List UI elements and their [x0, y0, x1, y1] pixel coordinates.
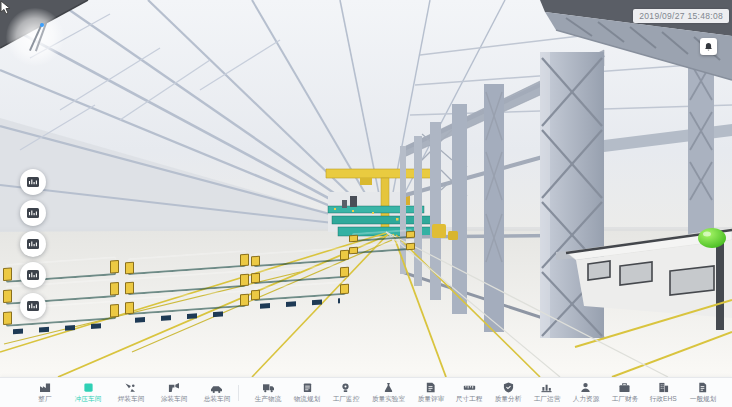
side-panel-button-5[interactable] [20, 293, 46, 319]
green-status-marker[interactable] [698, 228, 726, 248]
stamping-icon [82, 382, 95, 393]
toolbar-item-factory-monitoring[interactable]: 工厂监控 [332, 381, 360, 404]
assembly-icon [210, 382, 223, 393]
flask-icon [382, 382, 395, 393]
toolbar-item-label: 质量分析 [495, 394, 522, 404]
truck-icon [262, 382, 275, 393]
press-die-stack[interactable] [352, 229, 412, 257]
side-panel-button-1[interactable] [20, 169, 46, 195]
toolbar-item-quality-review[interactable]: 质量评审 [417, 381, 445, 404]
file-icon [696, 382, 709, 393]
toolbar-item-painting[interactable]: 涂装车间 [152, 381, 195, 404]
toolbar-item-quality-lab[interactable]: 质量实验室 [371, 381, 406, 404]
toolbar-item-general-planning[interactable]: 一般规划 [689, 381, 717, 404]
press-die-stack[interactable] [254, 247, 346, 309]
notification-button[interactable] [700, 38, 717, 55]
toolbar-item-label: 焊装车间 [118, 394, 145, 404]
panel-dashboard-icon [26, 176, 40, 188]
factory-icon [39, 382, 52, 393]
3d-factory-viewport[interactable] [0, 0, 732, 377]
compass-dot-icon [40, 23, 44, 27]
bell-icon [703, 42, 714, 52]
panel-dashboard-icon [26, 269, 40, 281]
toolbar-item-label: 总装车间 [203, 394, 230, 404]
toolbar-item-logistics-planning[interactable]: 物流规划 [293, 381, 321, 404]
side-panel-button-2[interactable] [20, 200, 46, 226]
panel-dashboard-icon [26, 300, 40, 312]
toolbar-item-label: 人力资源 [572, 394, 599, 404]
compass-widget[interactable] [6, 8, 64, 66]
report-icon [424, 382, 437, 393]
shield-icon [502, 382, 515, 393]
briefcase-icon [618, 382, 631, 393]
person-icon [579, 382, 592, 393]
toolbar-item-label: 工厂财务 [611, 394, 638, 404]
toolbar-item-label: 质量评审 [417, 394, 444, 404]
toolbar-item-label: 工厂监控 [333, 394, 360, 404]
toolbar-item-label: 工厂运营 [534, 394, 561, 404]
toolbar-item-factory-finance[interactable]: 工厂财务 [611, 381, 639, 404]
toolbar-item-label: 物流规划 [294, 394, 321, 404]
toolbar-item-logistics[interactable]: 生产物流 [254, 381, 282, 404]
toolbar-item-label: 整厂 [39, 394, 52, 404]
digital-twin-app: 2019/09/27 15:48:08 整厂冲压车间焊装车间涂装车间总装车间 生… [0, 0, 732, 407]
toolbar-item-quality-analysis[interactable]: 质量分析 [494, 381, 522, 404]
side-panel-button-4[interactable] [20, 262, 46, 288]
camera-icon [339, 382, 352, 393]
workshop-nav-group: 整厂冲压车间焊装车间涂装车间总装车间 [0, 381, 238, 404]
panel-dashboard-icon [26, 238, 40, 250]
toolbar-item-label: 一般规划 [689, 394, 716, 404]
clipboard-icon [301, 382, 314, 393]
toolbar-item-label: 尺寸工程 [456, 394, 483, 404]
press-die-stack[interactable] [128, 250, 246, 323]
toolbar-item-factory-operations[interactable]: 工厂运营 [533, 381, 561, 404]
module-nav-group: 生产物流物流规划工厂监控质量实验室质量评审尺寸工程质量分析工厂运营人力资源工厂财… [239, 381, 732, 404]
toolbar-item-label: 涂装车间 [160, 394, 187, 404]
bottom-toolbar: 整厂冲压车间焊装车间涂装车间总装车间 生产物流物流规划工厂监控质量实验室质量评审… [0, 377, 732, 407]
toolbar-item-label: 质量实验室 [372, 394, 405, 404]
mouse-cursor [0, 0, 11, 15]
ruler-icon [463, 382, 476, 393]
toolbar-item-label: 生产物流 [255, 394, 282, 404]
building-icon [657, 382, 670, 393]
welding-icon [124, 382, 137, 393]
toolbar-item-label: 冲压车间 [75, 394, 102, 404]
toolbar-item-dimension-engineering[interactable]: 尺寸工程 [455, 381, 483, 404]
timestamp: 2019/09/27 15:48:08 [633, 9, 729, 23]
toolbar-item-welding[interactable]: 焊装车间 [110, 381, 153, 404]
side-panel-button-3[interactable] [20, 231, 46, 257]
toolbar-item-human-resources[interactable]: 人力资源 [572, 381, 600, 404]
toolbar-item-assembly[interactable]: 总装车间 [195, 381, 238, 404]
toolbar-item-admin-ehs[interactable]: 行政EHS [649, 381, 677, 404]
panel-dashboard-icon [26, 207, 40, 219]
painting-icon [167, 382, 180, 393]
toolbar-item-stamping[interactable]: 冲压车间 [67, 381, 110, 404]
toolbar-item-label: 行政EHS [650, 394, 677, 404]
toolbar-item-plant[interactable]: 整厂 [24, 381, 67, 404]
chart-icon [540, 382, 553, 393]
